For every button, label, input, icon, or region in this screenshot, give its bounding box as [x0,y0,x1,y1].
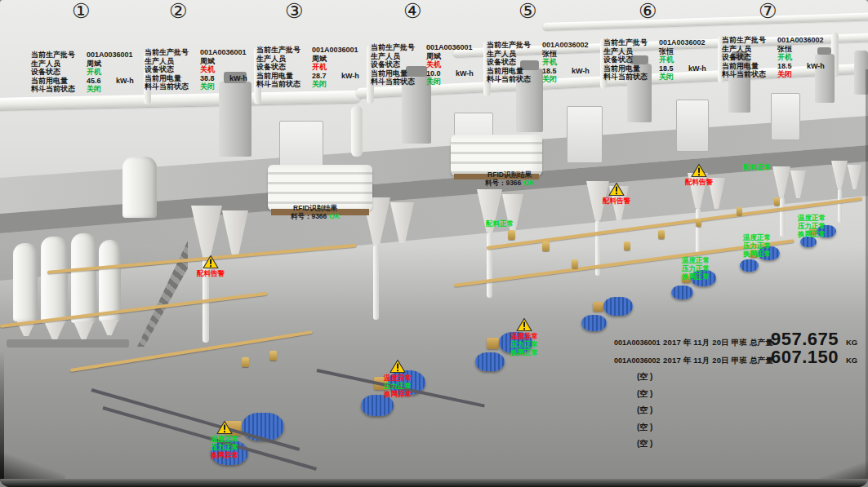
power-unit: kW-h [572,67,590,75]
field-label: 料斗当前状态 [256,80,312,89]
device-state: 开机 [542,58,570,67]
status-text: RFID识别结果 [487,170,532,179]
panel-row: 当前生产批号001A0036001 [145,48,269,57]
line-marker-6: ⑥ [639,0,657,23]
field-label: 生产人员 [603,47,659,56]
operator-name: 周斌 [312,55,340,64]
field-label: 生产人员 [487,50,542,59]
valve-actuator [624,241,630,250]
valve-actuator [508,230,515,240]
summary-unit: KG [846,338,857,347]
valve-actuator [696,219,701,227]
summary-desc: 2017 年 11月 20日 甲班 总产量 [663,356,771,366]
summary-unit: KG [846,356,857,365]
panel-row: 料斗当前状态关闭 [722,70,846,79]
panel-row: 当前用电量18.5kW-h [603,64,728,73]
panel-row: 当前用电量38.8kW-h [145,74,269,83]
status-line6-batching: 配料正常 [718,164,796,172]
warning-triangle-icon [203,255,219,269]
pipe [543,12,868,30]
status-line3-batching: 配料正常 [461,220,539,228]
panel-row: 生产人员周斌 [256,55,381,64]
status-row: 料号：9366OK [276,213,354,221]
status-text: 换网异常 [384,390,412,398]
status-text: 换网正常 [798,230,826,238]
line-marker-5: ⑤ [519,0,536,23]
batch-number: 001A0036002 [777,36,824,45]
batch-number: 001A0036001 [426,43,473,52]
line-status-panel: 当前生产批号001A0036001 生产人员周斌 设备状态开机 当前用电量45.… [31,51,155,94]
field-label: 当前生产批号 [31,51,87,60]
power-usage: 18.5 [659,64,687,73]
status-line1-extruder: 温度正常压力正常换网异常 [185,420,264,459]
status-row: 换网正常 [657,273,735,281]
batch-number: 001A0036001 [200,48,247,57]
field-label: 设备状态 [487,58,542,67]
status-row: 料号：9366OK [470,179,549,188]
rfid-result-1: RFID识别结果料号：9366OK [276,205,354,221]
field-label: 料斗当前状态 [487,75,542,84]
field-label: 设备状态 [31,68,87,77]
field-label: 生产人员 [31,60,87,69]
pipe-vertical [373,245,379,320]
operator-name: 周斌 [200,57,228,66]
power-usage: 10.0 [426,69,454,78]
empty-slot-text: (空 ) [637,439,652,448]
status-text: 配料正常 [486,219,514,228]
status-line5-extruder: 温度正常压力正常换网正常 [657,257,735,281]
status-text: 料号：9366 [291,212,327,220]
line-marker-4: ④ [403,0,421,23]
control-cabinet [567,106,603,163]
power-usage: 45.6 [87,77,114,86]
status-text: 换网正常 [743,250,771,258]
panel-row: 生产人员周斌 [145,57,269,66]
status-line4-extruder: 温度异常压力正常换网正常 [485,317,563,356]
panel-row: 设备状态关机 [145,65,269,74]
field-label: 料斗当前状态 [371,77,426,86]
field-label: 当前用电量 [145,74,200,83]
pipe-vertical [487,232,492,298]
field-label: 生产人员 [145,57,200,66]
device-state: 开机 [87,68,114,77]
panel-row: 生产人员周斌 [371,52,495,61]
line-status-panel: 当前生产批号001A0036002 生产人员张恒 设备状态开机 当前用电量18.… [722,36,846,79]
valve-actuator [269,351,277,361]
batch-number: 001A0036001 [312,46,358,55]
power-unit: kW-h [456,69,474,77]
mixer-machine [219,82,251,157]
field-label: 生产人员 [371,52,426,61]
panel-row: 料斗当前状态关闭 [487,75,611,84]
status-text: 配料告警 [603,197,630,205]
status-text: 换网异常 [211,451,238,459]
power-usage: 18.5 [777,62,805,71]
status-text: RFID识别结果 [293,204,337,212]
extruder-motor [603,297,633,316]
valve-actuator [242,357,249,367]
hopper-state: 关闭 [542,75,570,84]
power-unit: kW-h [688,64,706,73]
field-label: 当前用电量 [31,77,87,86]
panel-row: 料斗当前状态关闭 [31,85,155,94]
status-text: 配料告警 [197,269,225,277]
field-label: 当前生产批号 [722,36,777,45]
status-text: 压力正常 [743,241,771,250]
status-row: 换网正常 [772,231,851,239]
status-text: 配料告警 [685,178,713,186]
valve-actuator [737,207,742,215]
warning-triangle-icon [691,163,707,178]
status-row: 换网异常 [185,452,264,460]
operator-name: 张恒 [659,47,687,56]
power-unit: kW-h [341,72,359,80]
panel-row: 设备状态开机 [487,58,611,67]
panel-row: 料斗当前状态关闭 [371,77,495,86]
field-label: 设备状态 [603,55,659,64]
summary-desc: 2017 年 11月 20日 甲班 总产量 [663,338,771,348]
extruder-motor [740,259,759,272]
field-label: 料斗当前状态 [145,82,200,91]
device-state: 开机 [312,63,340,72]
extruder-motor [671,286,693,299]
field-label: 当前用电量 [603,64,659,73]
rfid-ok-flag: OK [329,212,340,220]
rfid-result-2: RFID识别结果料号：9366OK [470,171,549,188]
silo-tank [71,233,96,323]
